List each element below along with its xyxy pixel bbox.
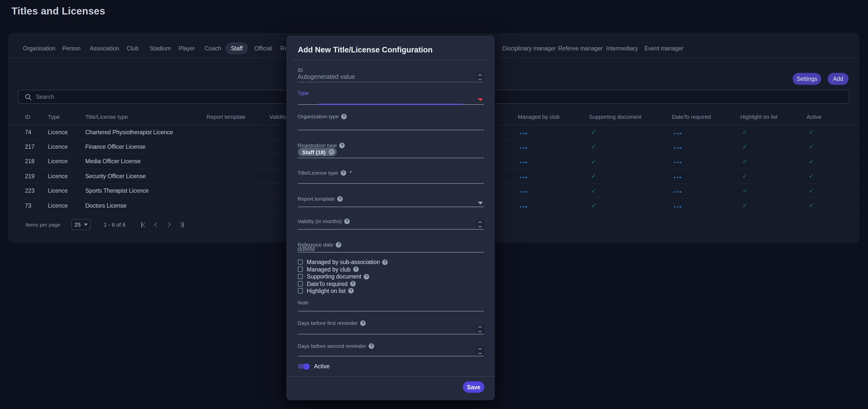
help-icon[interactable]: ?	[336, 242, 341, 247]
tab-organisation[interactable]: Organisation	[23, 46, 55, 51]
tab-player[interactable]: Player	[179, 46, 195, 51]
cell-dateto-required	[672, 173, 740, 179]
days-before-first-reminder-underline	[298, 334, 484, 334]
report-template-label: Report template?	[298, 196, 484, 202]
help-icon[interactable]: ?	[341, 114, 347, 119]
checkbox[interactable]	[298, 260, 303, 265]
ellipsis-dots-icon	[520, 191, 527, 193]
number-spinner-icon[interactable]	[476, 325, 484, 333]
search-input[interactable]	[36, 94, 236, 100]
help-icon[interactable]: ?	[382, 259, 388, 265]
tab-club[interactable]: Club	[127, 46, 138, 51]
settings-button[interactable]: Settings	[793, 73, 821, 85]
tab-event-manager[interactable]: Event manager	[645, 46, 683, 51]
registration-type-chip[interactable]: Staff (18) ✕	[298, 148, 337, 156]
previous-page-icon[interactable]	[155, 221, 158, 228]
registration-type-field[interactable]: Registration type? Staff (18) ✕	[298, 142, 484, 158]
checkbox[interactable]	[298, 281, 303, 287]
ellipsis-dots-icon	[520, 162, 527, 163]
add-button[interactable]: Add	[828, 73, 848, 85]
checkbox[interactable]	[298, 288, 303, 293]
checkbox[interactable]	[298, 274, 303, 279]
number-spinner-icon[interactable]	[476, 347, 484, 355]
report-template-field[interactable]: Report template?	[298, 196, 484, 207]
last-page-icon[interactable]	[178, 221, 183, 228]
column-header-report-template: Report template	[207, 114, 269, 120]
help-icon[interactable]: ?	[341, 170, 346, 175]
help-icon[interactable]: ?	[344, 218, 350, 224]
note-label: Note	[298, 299, 484, 305]
number-spinner-icon[interactable]	[476, 220, 484, 229]
number-spinner-icon[interactable]	[476, 73, 484, 81]
chevron-down-icon	[84, 224, 88, 226]
cell-managed-by-club	[518, 129, 589, 135]
help-icon[interactable]: ?	[364, 274, 369, 279]
help-icon[interactable]: ?	[353, 266, 359, 272]
id-field[interactable]: ID Autogenerated value	[298, 67, 484, 82]
check-icon	[591, 159, 596, 165]
page-size-select[interactable]: 25	[71, 219, 91, 230]
days-before-second-reminder-field[interactable]: Days before second reminder?	[298, 343, 484, 356]
reference-date-label: Reference date?	[298, 241, 484, 247]
dropdown-caret-icon[interactable]	[478, 202, 483, 205]
help-icon[interactable]: ?	[348, 288, 354, 293]
tab-staff[interactable]: Staff	[225, 42, 248, 54]
days-before-first-reminder-field[interactable]: Days before first reminder?	[298, 320, 484, 334]
first-page-icon[interactable]	[142, 221, 147, 228]
check-icon	[591, 188, 596, 194]
cell-highlight-on-list	[740, 143, 807, 150]
tab-disciplinary-manager[interactable]: Disciplinary manager	[502, 46, 556, 51]
help-icon[interactable]: ?	[361, 320, 366, 326]
cell-dateto-required	[672, 158, 740, 165]
column-header-managed-by-club: Managed by club	[518, 114, 589, 120]
tab-coach[interactable]: Coach	[205, 46, 221, 51]
cell-title-license-type: Security Officer License	[85, 173, 207, 179]
next-page-icon[interactable]	[166, 221, 170, 228]
cell-supporting-document	[589, 187, 672, 195]
help-icon[interactable]: ?	[369, 343, 374, 349]
cell-active	[807, 172, 860, 180]
checkbox[interactable]	[298, 267, 303, 272]
active-toggle[interactable]	[298, 364, 309, 369]
toggle-knob-icon	[303, 363, 310, 370]
help-icon[interactable]: ?	[350, 281, 356, 287]
tab-person[interactable]: Person	[62, 46, 81, 51]
chip-remove-icon[interactable]: ✕	[329, 149, 334, 155]
checkbox-label: DateTo required?	[307, 281, 356, 287]
cell-managed-by-club	[518, 188, 589, 194]
tab-official[interactable]: Official	[254, 46, 272, 51]
cell-type: Licence	[48, 203, 85, 209]
reference-date-underline	[298, 252, 484, 253]
reference-date-field[interactable]: Reference date? ddMM	[298, 241, 484, 252]
dropdown-caret-invalid-icon[interactable]	[478, 98, 483, 101]
tab-association[interactable]: Association	[90, 46, 119, 51]
column-header-supporting-document: Supporting document	[589, 114, 672, 120]
tab-stadium[interactable]: Stadium	[150, 46, 170, 51]
save-button[interactable]: Save	[463, 381, 485, 393]
cell-supporting-document	[589, 143, 672, 150]
cell-type: Licence	[48, 173, 85, 179]
add-title-license-dialog: Add New Title/License Configuration ID A…	[286, 35, 495, 400]
tab-referee-manager[interactable]: Referee manager	[558, 46, 603, 51]
note-underline	[298, 311, 484, 312]
cell-type: Licence	[48, 188, 85, 194]
note-field[interactable]: Note	[298, 299, 484, 311]
cell-id: 218	[25, 158, 48, 165]
check-icon	[742, 188, 747, 194]
checkbox-row: Highlight on list?	[298, 288, 354, 294]
title-license-type-field[interactable]: Title/License type?*	[298, 170, 484, 183]
cell-highlight-on-list	[740, 158, 807, 165]
cell-dateto-required	[672, 203, 740, 209]
organization-type-field[interactable]: Organization type?	[298, 113, 484, 130]
validity-underline	[298, 229, 484, 230]
organization-type-underline	[298, 130, 484, 130]
tab-intermediary[interactable]: Intermediary	[606, 46, 638, 51]
help-icon[interactable]: ?	[337, 196, 343, 201]
validity-field[interactable]: Validity (in months)?	[298, 218, 484, 229]
cell-supporting-document	[589, 128, 672, 136]
cell-highlight-on-list	[740, 128, 807, 136]
type-field[interactable]: Type	[298, 90, 484, 104]
dialog-body: ID Autogenerated value Type Organization…	[298, 35, 484, 400]
help-icon[interactable]: ?	[339, 143, 345, 148]
checkbox-row: Managed by club?	[298, 266, 359, 272]
